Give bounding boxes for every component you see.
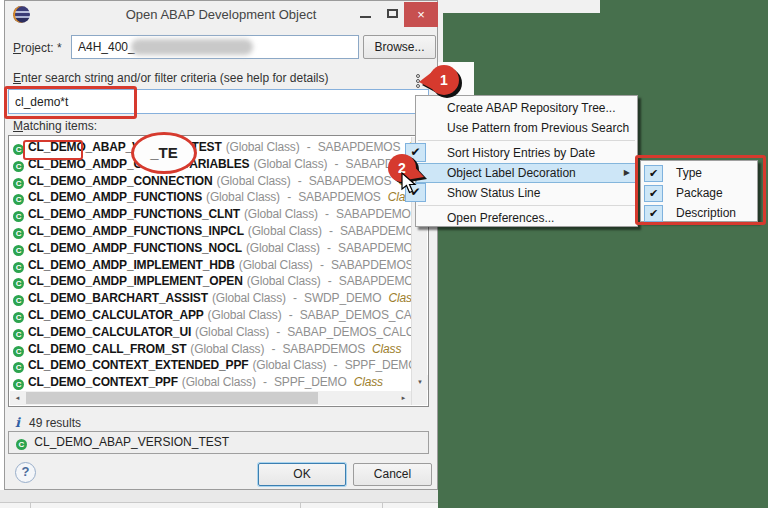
menu-item[interactable]: Show Status Line [416,183,637,203]
scroll-right-icon[interactable]: ► [396,391,411,405]
object-package: SABAPDEMOS [283,342,366,356]
object-kind: Class [372,342,401,356]
class-icon: C [13,278,24,289]
scroll-left-icon[interactable]: ◄ [10,391,25,405]
annotation-box-cl-demo [23,140,83,160]
separator-dash: - [273,325,283,339]
scrollbar-thumb[interactable] [26,392,318,404]
menu-item[interactable]: Object Label Decoration ▶ [416,163,637,183]
object-kind: Class [388,291,411,305]
object-package: SWDP_DEMO [304,291,381,305]
separator-dash: - [260,375,270,389]
object-name: CL_DEMO_AMDP_FUNCTIONS_INPCL [28,224,244,238]
object-name: CL_DEMO_CALCULATOR_APP [28,308,204,322]
horizontal-scrollbar[interactable]: ◄ ► [10,391,411,405]
class-icon: C [13,312,24,323]
menu-item-label: Use Pattern from Previous Search [447,121,629,135]
object-type: (Global Class) [248,224,322,238]
menu-item[interactable]: Sort History Entries by Date [416,143,637,163]
object-type: (Global Class) [182,375,256,389]
submenu-arrow-icon: ▶ [624,163,630,183]
project-label: Project: * [13,41,62,55]
annotation-badge-1: 1 [414,62,466,102]
list-item[interactable]: CCL_DEMO_CONTEXT_PPF(Global Class) - SPP… [13,374,411,391]
object-type: (Global Class) [253,157,327,171]
class-icon: C [13,245,24,256]
object-name: CL_DEMO_CONTEXT_EXTENDED_PPF [28,358,249,372]
object-package: SABAPDEMOS [340,224,411,238]
object-package: SABAPDEMOS [336,207,411,221]
list-item[interactable]: CCL_DEMO_AMDP_CONNECTION(Global Class) -… [13,173,411,190]
object-type: (Global Class) [208,308,282,322]
list-item[interactable]: CCL_DEMO_BARCHART_ASSIST(Global Class) -… [13,290,411,307]
object-name: CL_DEMO_BARCHART_ASSIST [28,291,208,305]
close-button[interactable]: × [404,2,438,27]
menu-item-label: Create ABAP Repository Tree... [447,101,616,115]
object-name: CL_DEMO_AMDP_FUNCTIONS [28,190,202,204]
object-name: CL_DEMO_CONTEXT_PPF [28,375,178,389]
annotation-box-search [4,86,137,119]
list-item[interactable]: CCL_DEMO_CALCULATOR_UI(Global Class) - S… [13,324,411,341]
list-item[interactable]: CCL_DEMO_CALL_FROM_ST(Global Class) - SA… [13,341,411,358]
separator-dash: - [284,190,294,204]
info-icon: i [15,415,20,430]
cancel-button[interactable]: Cancel [353,463,432,486]
redacted-blur [131,39,253,55]
object-name: CL_DEMO_AMDP_FUNCTIONS_NOCL [28,241,242,255]
list-item[interactable]: CCL_DEMO_AMDP_FUNCTIONS_INPCL(Global Cla… [13,223,411,240]
menu-item-label: Show Status Line [447,186,540,200]
class-icon: C [13,262,24,273]
object-type: (Global Class) [190,342,264,356]
help-icon: ? [22,464,30,479]
object-package: SABAPDEMOS [339,274,411,288]
object-type: (Global Class) [239,258,313,272]
class-icon: C [13,329,24,340]
class-icon: C [13,228,24,239]
class-icon: C [16,439,27,450]
help-button[interactable]: ? [15,462,36,483]
object-type: (Global Class) [206,190,280,204]
list-item[interactable]: CCL_DEMO_AMDP_FUNCTIONS_NOCL(Global Clas… [13,240,411,257]
background-grid-row [0,502,438,508]
menu-item[interactable]: Open Preferences... [416,208,637,228]
class-icon: C [13,211,24,222]
class-icon: C [13,346,24,357]
ok-button[interactable]: OK [258,463,346,486]
grid-line [300,502,301,508]
grid-line [382,502,383,508]
list-item[interactable]: CCL_DEMO_CALCULATOR_APP(Global Class) - … [13,307,411,324]
object-type: (Global Class) [247,274,321,288]
class-icon: C [13,178,24,189]
dialog-open-abap-development-object: Open ABAP Development Object × Project: … [4,0,438,490]
list-item[interactable]: CCL_DEMO_AMDP_FUNCTIONS_CLNT(Global Clas… [13,206,411,223]
separator-dash: - [286,308,296,322]
menu-separator [418,201,635,206]
object-type: (Global Class) [226,140,300,154]
minimize-button[interactable] [355,1,377,27]
desktop-background [438,0,768,508]
menu-separator [418,136,635,141]
object-name: CL_DEMO_CALL_FROM_ST [28,342,186,356]
object-type: (Global Class) [246,241,320,255]
list-item[interactable]: CCL_DEMO_AMDP_IMPLEMENT_HDB(Global Class… [13,257,411,274]
browse-button[interactable]: Browse... [363,35,436,59]
object-package: SPPF_DEMO [274,375,347,389]
object-type: (Global Class) [253,358,327,372]
list-item[interactable]: CCL_DEMO_CONTEXT_EXTENDED_PPF(Global Cla… [13,357,411,374]
object-type: (Global Class) [217,174,291,188]
matching-items-list: CCL_DEMO_ABAP_VERSION_TEST(Global Class)… [8,135,429,407]
title-bar[interactable]: Open ABAP Development Object × [5,1,437,28]
menu-item[interactable]: Use Pattern from Previous Search [416,118,637,138]
screenshot-root: Open ABAP Development Object × Project: … [0,0,768,508]
annotation-box-submenu [635,155,766,225]
list-item[interactable]: CCL_DEMO_AMDP_IMPLEMENT_OPEN(Global Clas… [13,273,411,290]
list-item[interactable]: CCL_DEMO_AMDP_FUNCTIONS(Global Class) - … [13,189,411,206]
object-type: (Global Class) [195,325,269,339]
background-strip [0,490,438,502]
maximize-button[interactable] [382,1,404,27]
class-icon: C [13,379,24,390]
object-name: CL_DEMO_AMDP_CONNECTION [28,174,213,188]
scroll-down-icon[interactable]: ▼ [412,375,428,390]
separator-dash: - [331,157,341,171]
separator-dash: - [304,140,314,154]
